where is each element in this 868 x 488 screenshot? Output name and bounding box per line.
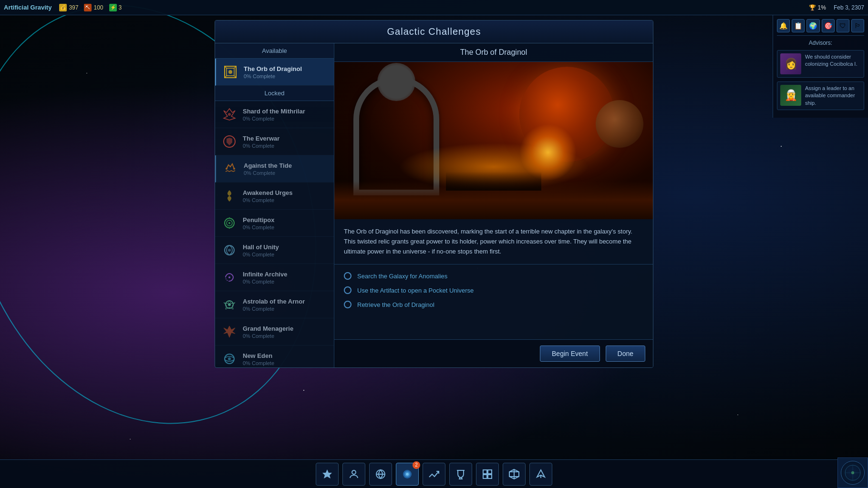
modal-title: Galactic Challenges — [225, 26, 643, 37]
svg-rect-41 — [483, 475, 487, 478]
objectives-list: Search the Galaxy for Anomalies Use the … — [334, 264, 653, 339]
svg-point-34 — [406, 473, 409, 476]
tide-progress: 0% Complete — [244, 170, 328, 176]
infinite-archive-info: Infinite Archive 0% Complete — [243, 271, 328, 285]
shard-name: Shard of the Mithrilar — [243, 108, 328, 115]
selected-challenge-title: The Orb of Draginol — [334, 43, 653, 62]
svg-point-18 — [228, 249, 231, 252]
penultipox-icon — [221, 214, 238, 232]
grand-menagerie-name: Grand Menagerie — [243, 325, 328, 332]
available-section-header: Available — [215, 43, 334, 59]
tide-icon — [222, 160, 239, 177]
advisor-btn-4[interactable]: 🎯 — [822, 19, 835, 32]
advisor-text-1: We should consider colonizing Cocibolca … — [805, 53, 861, 74]
everwar-info: The Everwar 0% Complete — [243, 135, 328, 149]
svg-rect-39 — [483, 470, 487, 474]
grand-menagerie-icon — [221, 323, 238, 340]
notification-badge: 2 — [413, 461, 420, 469]
tide-name: Against the Tide — [244, 162, 328, 169]
tide-info: Against the Tide 0% Complete — [244, 162, 328, 176]
infinite-archive-progress: 0% Complete — [243, 279, 328, 285]
challenge-item-grand-menagerie[interactable]: Grand Menagerie 0% Complete — [215, 318, 334, 346]
challenge-item-astrolab[interactable]: Astrolab of the Arnor 0% Complete — [215, 291, 334, 318]
advisor-btn-3[interactable]: 🌍 — [806, 19, 819, 32]
infinite-archive-icon — [221, 269, 238, 286]
challenge-item-infinite-archive[interactable]: Infinite Archive 0% Complete — [215, 264, 334, 291]
bottom-btn-economy[interactable] — [423, 463, 445, 486]
advisor-card-1: 👩 We should consider colonizing Cocibolc… — [777, 50, 864, 78]
begin-event-button[interactable]: Begin Event — [540, 346, 600, 362]
game-title: Artificial Gravity — [4, 4, 52, 11]
challenges-list-panel: Available — [215, 43, 334, 367]
bottom-bar: 2 — [0, 459, 868, 488]
minerals-icon: ⛏ — [84, 4, 92, 11]
top-bar: Artificial Gravity 💰 397 ⛏ 100 ⚡ 3 🏆 1% … — [0, 0, 868, 15]
challenge-item-tide[interactable]: Against the Tide 0% Complete — [215, 155, 334, 183]
astrolab-icon — [221, 296, 238, 313]
resource-group: 💰 397 ⛏ 100 ⚡ 3 — [59, 4, 122, 11]
everwar-name: The Everwar — [243, 135, 328, 142]
advisor-btn-2[interactable]: 📋 — [792, 19, 805, 32]
galactic-challenges-modal: Galactic Challenges Available — [215, 20, 653, 368]
svg-point-21 — [228, 303, 231, 306]
new-eden-name: New Eden — [243, 352, 328, 359]
advisor-btn-1[interactable]: 🔔 — [777, 19, 790, 32]
challenge-item-new-eden[interactable]: New Eden 0% Complete — [215, 346, 334, 367]
trophy-percent: 🏆 1% — [809, 4, 826, 11]
grand-menagerie-progress: 0% Complete — [243, 333, 328, 339]
shard-info: Shard of the Mithrilar 0% Complete — [243, 108, 328, 122]
svg-point-2 — [228, 70, 232, 74]
objective-text-3[interactable]: Retrieve the Orb of Draginol — [357, 301, 434, 308]
hall-unity-progress: 0% Complete — [243, 252, 328, 257]
advisor-avatar-2: 🧝 — [780, 85, 801, 106]
orb-icon — [222, 63, 239, 81]
objective-text-2[interactable]: Use the Artifact to open a Pocket Univer… — [357, 287, 474, 294]
modal-body: Available — [215, 43, 653, 367]
bottom-btn-notifications[interactable]: 2 — [396, 463, 419, 486]
bottom-btn-empire[interactable] — [316, 463, 339, 486]
grand-menagerie-info: Grand Menagerie 0% Complete — [243, 325, 328, 339]
hall-unity-name: Hall of Unity — [243, 244, 328, 251]
hall-unity-icon — [221, 242, 238, 259]
energy-resource: ⚡ 3 — [109, 4, 122, 11]
challenge-item-awakened[interactable]: Awakened Urges 0% Complete — [215, 183, 334, 210]
bottom-btn-victory[interactable] — [449, 463, 472, 486]
challenge-item-penultipox[interactable]: Penultipox 0% Complete — [215, 210, 334, 237]
advisor-btn-5[interactable]: 🛡 — [837, 19, 849, 32]
bottom-btn-fleets[interactable] — [529, 463, 552, 486]
astrolab-name: Astrolab of the Arnor — [243, 298, 328, 305]
bottom-btn-leaders[interactable] — [342, 463, 365, 486]
minimap[interactable] — [837, 458, 868, 488]
objective-text-1[interactable]: Search the Galaxy for Anomalies — [357, 273, 447, 280]
astrolab-progress: 0% Complete — [243, 306, 328, 312]
bottom-btn-diplomacy[interactable] — [369, 463, 392, 486]
penultipox-progress: 0% Complete — [243, 224, 328, 230]
advisor-card-2: 🧝 Assign a leader to an available comman… — [777, 81, 864, 110]
energy-icon: ⚡ — [109, 4, 117, 11]
credits-resource: 💰 397 — [59, 4, 78, 11]
shard-icon — [221, 106, 238, 123]
modal-footer: Begin Event Done — [334, 339, 653, 367]
challenge-item-hall-unity[interactable]: Hall of Unity 0% Complete — [215, 237, 334, 264]
done-button[interactable]: Done — [606, 346, 645, 362]
game-date: Feb 3, 2307 — [834, 4, 864, 11]
locked-section-header: Locked — [215, 86, 334, 101]
challenge-item-shard[interactable]: Shard of the Mithrilar 0% Complete — [215, 101, 334, 128]
svg-point-19 — [228, 276, 230, 278]
advisor-icons-row: 🔔 📋 🌍 🎯 🛡 🏳 — [777, 19, 864, 36]
svg-point-29 — [352, 470, 356, 474]
objective-radio-2 — [344, 286, 351, 294]
challenge-description: The Orb of Draginol has been discovered,… — [334, 219, 653, 264]
bottom-btn-civics[interactable] — [503, 463, 526, 486]
minerals-resource: ⛏ 100 — [84, 4, 103, 11]
advisor-avatar-1: 👩 — [780, 53, 801, 74]
advisors-panel: 🔔 📋 🌍 🎯 🛡 🏳 Advisors: 👩 We should consid… — [773, 15, 868, 118]
bottom-btn-empires[interactable] — [476, 463, 499, 486]
advisor-btn-6[interactable]: 🏳 — [851, 19, 864, 32]
shard-progress: 0% Complete — [243, 116, 328, 122]
challenge-item-everwar[interactable]: The Everwar 0% Complete — [215, 128, 334, 155]
svg-point-8 — [228, 113, 231, 116]
svg-point-24 — [228, 357, 231, 360]
orb-progress: 0% Complete — [244, 73, 328, 79]
challenge-item-orb[interactable]: The Orb of Draginol 0% Complete — [215, 59, 334, 86]
